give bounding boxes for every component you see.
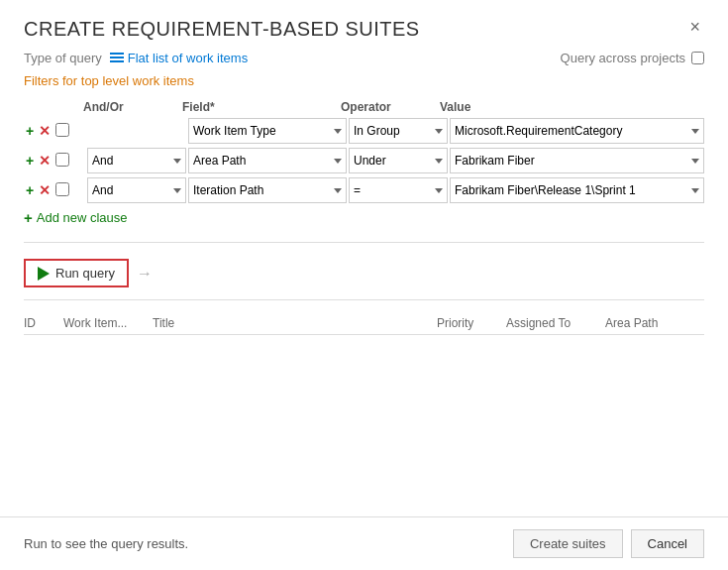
arrow-right-icon: → — [137, 265, 153, 283]
row1-value-cell: Microsoft.RequirementCategory — [450, 118, 704, 144]
row1-value-select[interactable]: Microsoft.RequirementCategory — [450, 118, 704, 144]
row3-checkbox-cell — [55, 182, 85, 199]
footer-hint: Run to see the query results. — [24, 536, 188, 551]
row1-checkbox[interactable] — [55, 123, 69, 137]
results-col-assigned: Assigned To — [506, 316, 605, 330]
add-clause-button[interactable]: + Add new clause — [24, 209, 128, 226]
dialog-title: CREATE REQUIREMENT-BASED SUITES — [24, 18, 420, 41]
row3-value-select[interactable]: Fabrikam Fiber\Release 1\Sprint 1 — [450, 177, 704, 203]
row1-delete-button[interactable]: ✕ — [37, 124, 52, 138]
row3-operator-select[interactable]: = Under In Group — [349, 177, 448, 203]
filters-header: And/Or Field* Operator Value — [24, 98, 704, 116]
query-across-checkbox[interactable] — [691, 52, 704, 64]
flat-list-label: Flat list of work items — [128, 51, 248, 65]
row3-field-cell: Iteration Path Work Item Type Area Path — [188, 177, 347, 203]
row3-delete-button[interactable]: ✕ — [37, 183, 52, 197]
run-query-section: Run query → — [24, 259, 704, 287]
col-field: Field* — [182, 100, 341, 114]
flat-list-icon — [110, 53, 124, 64]
row3-field-select[interactable]: Iteration Path Work Item Type Area Path — [188, 177, 347, 203]
results-col-workitem: Work Item... — [63, 316, 153, 330]
row2-value-cell: Fabrikam Fiber — [450, 148, 704, 173]
col-operator: Operator — [341, 100, 440, 114]
row2-operator-cell: Under = In Group — [349, 148, 448, 173]
query-type-row: Type of query Flat list of work items Qu… — [24, 51, 704, 65]
row3-operator-cell: = Under In Group — [349, 177, 448, 203]
row1-checkbox-cell — [55, 123, 85, 140]
col-checkbox — [53, 100, 83, 114]
row2-andor-cell: And Or — [87, 148, 186, 173]
row2-andor-select[interactable]: And Or — [87, 148, 186, 173]
row1-add-button[interactable]: + — [24, 124, 36, 138]
row1-actions: + ✕ — [24, 124, 53, 138]
create-suites-button[interactable]: Create suites — [513, 529, 623, 558]
create-requirement-dialog: CREATE REQUIREMENT-BASED SUITES × Type o… — [0, 0, 728, 570]
dialog-body: Type of query Flat list of work items Qu… — [0, 51, 728, 516]
filter-row-2: + ✕ And Or Area Path Work Item Type Iter… — [24, 148, 704, 173]
row2-field-select[interactable]: Area Path Work Item Type Iteration Path — [188, 148, 347, 173]
run-query-button[interactable]: Run query — [24, 259, 129, 287]
filters-label: Filters for top level work items — [24, 73, 704, 88]
dialog-header: CREATE REQUIREMENT-BASED SUITES × — [0, 0, 728, 51]
query-across-projects-row: Query across projects — [561, 51, 704, 65]
row3-andor-select[interactable]: And Or — [87, 177, 186, 203]
query-type-left: Type of query Flat list of work items — [24, 51, 248, 65]
row2-operator-select[interactable]: Under = In Group — [349, 148, 448, 173]
query-type-label: Type of query — [24, 51, 102, 65]
col-and-or: And/Or — [83, 100, 182, 114]
add-clause-label: Add new clause — [37, 210, 128, 225]
divider2 — [24, 299, 704, 300]
row2-delete-button[interactable]: ✕ — [37, 154, 52, 168]
results-col-priority: Priority — [437, 316, 506, 330]
row3-add-button[interactable]: + — [24, 183, 36, 197]
row3-andor-cell: And Or — [87, 177, 186, 203]
results-empty-area — [24, 339, 704, 418]
query-across-label: Query across projects — [561, 51, 685, 65]
run-query-label: Run query — [55, 266, 115, 281]
col-value: Value — [440, 100, 704, 114]
cancel-button[interactable]: Cancel — [631, 529, 704, 558]
footer-buttons: Create suites Cancel — [513, 529, 704, 558]
row1-operator-cell: In Group = Under — [349, 118, 448, 144]
row2-actions: + ✕ — [24, 154, 53, 168]
flat-list-link[interactable]: Flat list of work items — [110, 51, 248, 65]
results-header: ID Work Item... Title Priority Assigned … — [24, 316, 704, 335]
filter-row-1: + ✕ Work Item Type Area Path Iteration P… — [24, 118, 704, 144]
row3-value-cell: Fabrikam Fiber\Release 1\Sprint 1 — [450, 177, 704, 203]
close-button[interactable]: × — [685, 18, 704, 36]
row2-checkbox-cell — [55, 153, 85, 170]
add-clause-icon: + — [24, 209, 33, 226]
play-icon — [38, 267, 50, 281]
row1-field-select[interactable]: Work Item Type Area Path Iteration Path — [188, 118, 347, 144]
row3-actions: + ✕ — [24, 183, 53, 197]
results-col-id: ID — [24, 316, 63, 330]
row2-checkbox[interactable] — [55, 153, 69, 167]
row1-operator-select[interactable]: In Group = Under — [349, 118, 448, 144]
row2-field-cell: Area Path Work Item Type Iteration Path — [188, 148, 347, 173]
row2-add-button[interactable]: + — [24, 154, 36, 168]
dialog-footer: Run to see the query results. Create sui… — [0, 516, 728, 570]
row1-field-cell: Work Item Type Area Path Iteration Path — [188, 118, 347, 144]
col-actions — [24, 100, 53, 114]
row3-checkbox[interactable] — [55, 182, 69, 196]
row2-value-select[interactable]: Fabrikam Fiber — [450, 148, 704, 173]
divider — [24, 242, 704, 243]
filter-row-3: + ✕ And Or Iteration Path Work Item Type… — [24, 177, 704, 203]
results-col-title: Title — [153, 316, 437, 330]
results-col-areapath: Area Path — [605, 316, 704, 330]
